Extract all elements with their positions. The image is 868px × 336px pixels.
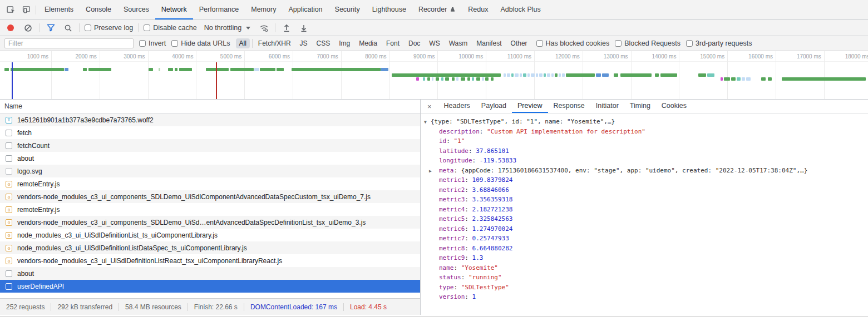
request-row[interactable]: fetchCount [0,139,420,152]
resource-type-filters: AllFetch/XHRJSCSSImgMediaFontDocWSWasmMa… [236,38,531,48]
preserve-log-label: Preserve log [94,24,133,32]
export-har-icon[interactable] [298,22,310,33]
detail-tab-payload[interactable]: Payload [476,100,512,113]
request-row[interactable]: {}remoteEntry.js [0,203,420,216]
tab-console[interactable]: Console [80,0,117,19]
json-property-row[interactable]: id: "1" [421,136,868,146]
js-file-icon: {} [6,206,12,213]
json-root-row[interactable]: ▼{type: "SDLTestType", id: "1", name: "Y… [421,117,868,127]
json-property-row[interactable]: metric3: 3.356359318 [421,195,868,205]
clear-icon[interactable] [22,22,34,33]
filter-type-css[interactable]: CSS [313,38,334,48]
json-property-row[interactable]: status: "running" [421,273,868,283]
filter-type-manifest[interactable]: Manifest [473,38,505,48]
request-row[interactable]: {}node_modules_c3_ui_UiSdlDefinitionList… [0,229,420,241]
filter-icon[interactable] [45,22,57,33]
json-property-row[interactable]: metric9: 1.3 [421,253,868,263]
request-row[interactable]: fetch [0,126,420,139]
filter-type-ws[interactable]: WS [426,38,443,48]
json-colon: : [465,206,472,213]
tab-memory[interactable]: Memory [245,0,282,19]
json-colon: : [454,264,461,271]
throttling-select[interactable]: No throttling [202,24,253,32]
request-row[interactable]: {}vendors-node_modules_c3_ui_components_… [0,216,420,229]
json-property-row[interactable]: longitude: -119.53833 [421,156,868,166]
json-property-row[interactable]: latitude: 37.865101 [421,146,868,156]
filter-type-media[interactable]: Media [356,38,381,48]
request-row[interactable]: {}node_modules_c3_ui_UiSdlDefinitionList… [0,241,420,254]
disable-cache-checkbox[interactable]: Disable cache [144,24,197,32]
filter-type-js[interactable]: JS [297,38,311,48]
collapse-triangle-icon[interactable]: ▶ [429,166,432,176]
request-row[interactable]: {}vendors-node_modules_c3_ui_UiSdlDefini… [0,254,420,267]
hide-data-urls-checkbox[interactable]: Hide data URLs [171,39,230,47]
detail-tab-response[interactable]: Response [548,100,590,113]
request-row[interactable]: about [0,267,420,280]
json-property-row[interactable]: metric1: 109.8379824 [421,175,868,185]
throttling-value: No throttling [204,24,241,32]
detail-tab-cookies[interactable]: Cookies [656,100,692,113]
tab-adblock-plus[interactable]: Adblock Plus [494,0,546,19]
tab-redux[interactable]: Redux [462,0,494,19]
request-row[interactable]: userDefinedAPI [0,280,420,293]
json-property-row[interactable]: metric7: 0.25747933 [421,234,868,244]
import-har-icon[interactable] [280,22,293,33]
waterfall-segment [88,68,111,71]
tab-network[interactable]: Network [155,0,193,19]
detail-tab-timing[interactable]: Timing [624,100,656,113]
third-party-requests-checkbox[interactable]: 3rd-party requests [686,39,752,47]
request-row[interactable]: {}remoteEntry.js [0,177,420,190]
has-blocked-cookies-checkbox[interactable]: Has blocked cookies [536,39,610,47]
json-property-row[interactable]: metric4: 2.182721238 [421,205,868,215]
expand-triangle-icon[interactable]: ▼ [424,117,427,127]
json-property-row[interactable]: metric6: 1.274970024 [421,224,868,234]
detail-tab-initiator[interactable]: Initiator [590,100,624,113]
tab-application[interactable]: Application [282,0,328,19]
divider [39,23,40,32]
tab-sources[interactable]: Sources [117,0,155,19]
search-icon[interactable] [62,22,74,33]
device-toolbar-icon[interactable] [20,4,32,16]
json-property-row[interactable]: description: "Custom API implementation … [421,127,868,137]
tab-elements[interactable]: Elements [38,0,80,19]
filter-type-img[interactable]: Img [336,38,353,48]
inspect-element-icon[interactable] [4,4,17,16]
waterfall-segment [461,77,465,81]
filter-type-doc[interactable]: Doc [405,38,423,48]
filter-type-fetch-xhr[interactable]: Fetch/XHR [255,38,294,48]
tab-performance[interactable]: Performance [193,0,245,19]
close-icon[interactable]: × [421,100,438,113]
filter-type-font[interactable]: Font [383,38,403,48]
filter-input[interactable] [4,38,134,48]
request-row[interactable]: logo.svg [0,165,420,177]
preserve-log-checkbox[interactable]: Preserve log [85,24,133,32]
filter-type-all[interactable]: All [236,38,250,48]
tab-recorder[interactable]: Recorder [412,0,462,19]
waterfall-segment [721,77,723,81]
detail-tab-headers[interactable]: Headers [438,100,476,113]
json-property-row[interactable]: ▶meta: {appCode: 1751360186631537400, en… [421,166,868,176]
tab-lighthouse[interactable]: Lighthouse [366,0,412,19]
network-overview[interactable]: 1000 ms2000 ms3000 ms4000 ms5000 ms6000 … [0,51,868,100]
network-conditions-icon[interactable] [258,22,270,33]
json-property-row[interactable]: type: "SDLTestType" [421,283,868,293]
request-row[interactable]: T1e51261b901a1b377a3e9cdbe7a73765.woff2 [0,113,420,126]
filter-type-other[interactable]: Other [507,38,531,48]
request-row[interactable]: about [0,152,420,165]
filter-type-wasm[interactable]: Wasm [446,38,471,48]
json-property-row[interactable]: name: "Yosemite" [421,263,868,273]
waterfall-segment [655,73,659,77]
invert-checkbox[interactable]: Invert [139,39,166,47]
detail-tab-preview[interactable]: Preview [512,100,548,113]
tab-security[interactable]: Security [329,0,366,19]
invert-label: Invert [149,39,166,47]
waterfall-segment [761,77,766,81]
request-row[interactable]: {}vendors-node_modules_c3_ui_components_… [0,190,420,203]
json-property-row[interactable]: metric2: 3.68846066 [421,185,868,195]
blocked-requests-checkbox[interactable]: Blocked Requests [615,39,680,47]
json-property-row[interactable]: metric5: 2.325842563 [421,214,868,224]
record-button[interactable] [4,22,17,33]
json-property-row[interactable]: version: 1 [421,292,868,302]
name-column-header[interactable]: Name [0,100,420,113]
json-property-row[interactable]: metric8: 6.664880282 [421,244,868,254]
